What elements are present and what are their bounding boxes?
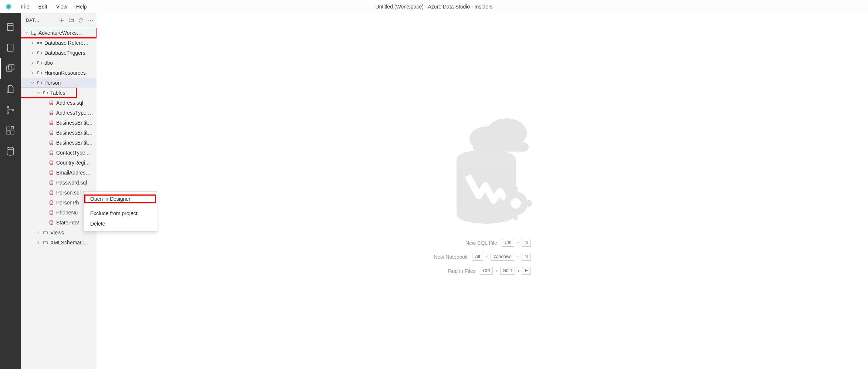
chevron-right-icon[interactable]: [30, 70, 35, 76]
activity-notebooks[interactable]: [0, 37, 21, 58]
svg-point-19: [88, 20, 89, 21]
chevron-right-icon[interactable]: [35, 240, 41, 246]
activity-files[interactable]: [0, 79, 21, 99]
tree-project-root[interactable]: AdventureWorks…: [21, 28, 96, 38]
more-icon[interactable]: [88, 17, 94, 23]
activity-explorer[interactable]: [0, 58, 21, 79]
cm-separator: [84, 206, 157, 206]
refresh-icon[interactable]: [78, 17, 84, 23]
tree-dbo[interactable]: dbo: [21, 58, 96, 68]
chevron-down-icon[interactable]: [24, 30, 30, 36]
table-file-icon: [48, 210, 54, 216]
tree-label: BusinessEntit…: [56, 120, 93, 126]
svg-point-29: [50, 121, 53, 122]
sidebar-header: DAT…: [21, 13, 96, 28]
svg-point-34: [50, 170, 53, 172]
table-file-icon: [48, 110, 54, 116]
tree-table-contacttype[interactable]: ContactType.…: [21, 148, 96, 158]
tree-label: PhoneNu: [56, 210, 78, 216]
tree-label: dbo: [44, 60, 53, 66]
svg-rect-13: [7, 131, 10, 134]
table-file-icon: [48, 130, 54, 136]
chevron-down-icon[interactable]: [30, 80, 35, 86]
activity-source-control[interactable]: [0, 99, 21, 120]
svg-rect-15: [11, 126, 13, 129]
tree-human-resources[interactable]: HumanResources: [21, 68, 96, 78]
shortcut-new-notebook: New Notebook Alt + Windows + N: [434, 253, 530, 261]
svg-rect-3: [7, 44, 13, 51]
folder-icon: [37, 80, 43, 86]
svg-rect-24: [37, 42, 39, 44]
key-ctrl: Ctrl: [502, 239, 515, 247]
chevron-right-icon[interactable]: [30, 60, 35, 66]
chevron-right-icon[interactable]: [30, 40, 35, 46]
menu-edit[interactable]: Edit: [34, 1, 52, 12]
table-file-icon: [48, 220, 54, 226]
table-file-icon: [48, 190, 54, 196]
tree-person[interactable]: Person: [21, 78, 96, 88]
svg-point-37: [50, 200, 53, 202]
tree-db-references[interactable]: Database Refere…: [21, 38, 96, 48]
key-sequence: Ctrl + N: [502, 239, 531, 247]
tree-tables[interactable]: Tables: [21, 88, 76, 98]
svg-point-38: [50, 210, 53, 212]
menu-help[interactable]: Help: [72, 1, 91, 12]
tree-label: Tables: [50, 90, 65, 96]
tree-table-addresstype[interactable]: AddressType.…: [21, 108, 96, 118]
tree-label: PersonPh: [56, 200, 79, 206]
menu-file[interactable]: File: [17, 1, 34, 12]
activity-bar: [0, 13, 21, 369]
svg-point-25: [40, 42, 42, 44]
tree-label: StateProv: [56, 220, 79, 226]
svg-point-11: [12, 109, 13, 111]
activity-extensions[interactable]: [0, 120, 21, 141]
tree-table-businessentity3[interactable]: BusinessEntit…: [21, 138, 96, 148]
svg-point-39: [50, 220, 53, 222]
table-file-icon: [48, 100, 54, 106]
svg-point-36: [50, 190, 53, 192]
reference-icon: [37, 40, 43, 46]
sidebar-actions: [59, 17, 94, 23]
svg-point-21: [92, 20, 93, 21]
cm-open-in-designer[interactable]: Open in Designer: [84, 194, 157, 204]
tree-label: ContactType.…: [56, 150, 92, 156]
chevron-right-icon[interactable]: [30, 50, 35, 56]
activity-database[interactable]: [0, 141, 21, 162]
key-n: N: [522, 253, 531, 261]
key-windows: Windows: [491, 253, 515, 261]
app-icon: [0, 3, 17, 11]
tree-table-emailaddress[interactable]: EmailAddres…: [21, 167, 96, 177]
svg-rect-8: [9, 65, 14, 70]
key-sequence: Alt + Windows + N: [472, 253, 531, 261]
table-file-icon: [48, 140, 54, 146]
svg-point-20: [90, 20, 91, 21]
activity-connections[interactable]: [0, 17, 21, 37]
cm-exclude-from-project[interactable]: Exclude from project: [84, 208, 157, 219]
tree-table-businessentity1[interactable]: BusinessEntit…: [21, 118, 96, 128]
menu-bar: File Edit View Help: [17, 1, 91, 12]
svg-point-32: [50, 150, 53, 152]
tree-table-businessentity2[interactable]: BusinessEntit…: [21, 128, 96, 138]
key-shift: Shift: [500, 267, 515, 275]
svg-point-10: [7, 112, 9, 113]
tree-label: Person.sql: [56, 190, 81, 196]
svg-point-16: [7, 147, 13, 150]
welcome-logo: [421, 107, 543, 226]
shortcut-label: New SQL File: [465, 240, 497, 246]
table-file-icon: [48, 160, 54, 166]
new-icon[interactable]: [59, 17, 65, 23]
menu-view[interactable]: View: [52, 1, 72, 12]
editor-area: New SQL File Ctrl + N New Notebook Alt +…: [96, 13, 868, 369]
cm-delete[interactable]: Delete: [84, 219, 157, 229]
tree-table-address[interactable]: Address.sql: [21, 98, 96, 108]
tree-xmlschema[interactable]: XMLSchemaC…: [21, 237, 96, 247]
sidebar-title: DAT…: [24, 18, 56, 23]
svg-point-47: [511, 198, 521, 209]
chevron-right-icon[interactable]: [35, 230, 41, 236]
tree-table-countryregion[interactable]: CountryRegi…: [21, 158, 96, 167]
open-folder-icon[interactable]: [68, 17, 74, 23]
tree-table-password[interactable]: Password.sql: [21, 177, 96, 187]
tree-label: XMLSchemaC…: [50, 240, 89, 246]
tree-db-triggers[interactable]: DatabaseTriggers: [21, 48, 96, 58]
chevron-down-icon[interactable]: [35, 90, 41, 96]
